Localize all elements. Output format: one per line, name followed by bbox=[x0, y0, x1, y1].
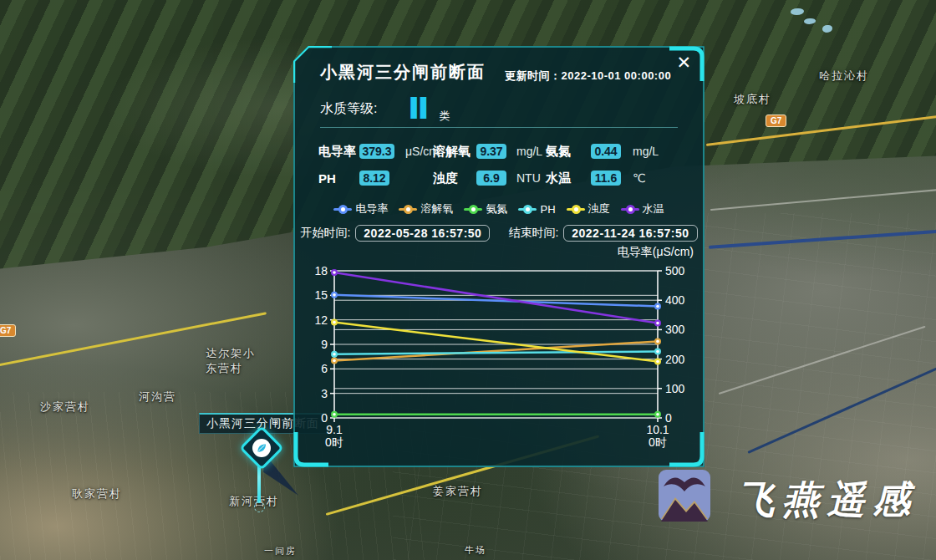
legend-item-conductivity[interactable]: 电导率 bbox=[333, 201, 388, 216]
chart-canvas[interactable]: 036912151801002003004005009.10时10.10时 bbox=[310, 260, 699, 454]
road-white bbox=[710, 189, 936, 211]
legend-marker bbox=[518, 205, 537, 213]
company-logo: 飞燕遥感 bbox=[659, 470, 918, 525]
map-place-label: 沙家营村 bbox=[40, 400, 90, 415]
leaf-icon bbox=[252, 439, 271, 457]
grade-unit: 类 bbox=[439, 109, 450, 124]
legend-item-ph[interactable]: PH bbox=[518, 203, 555, 216]
panel-title: 小黑河三分闸前断面 bbox=[320, 61, 486, 84]
map-place-label: 河沟营 bbox=[139, 389, 176, 405]
svg-text:9: 9 bbox=[321, 338, 328, 351]
metrics-grid: 电导率 379.3 μS/cm 溶解氧 9.37 mg/L 氨氮 0.44 mg… bbox=[318, 138, 659, 191]
svg-text:0时: 0时 bbox=[325, 435, 343, 449]
map-place-label: 一间房 bbox=[264, 545, 297, 557]
metric-value: 8.12 bbox=[359, 171, 389, 186]
svg-text:9.1: 9.1 bbox=[326, 423, 343, 436]
time-range-row: 开始时间:2022-05-28 16:57:50 结束时间:2022-11-24… bbox=[293, 225, 705, 242]
svg-text:6: 6 bbox=[321, 362, 328, 375]
start-time-label: 开始时间: bbox=[300, 226, 350, 241]
metric-label: 水温 bbox=[546, 171, 591, 186]
metric-value: 379.3 bbox=[359, 144, 394, 159]
chart-legend: 电导率 溶解氧 氨氮 PH 浊度 水温 bbox=[293, 201, 705, 216]
legend-marker bbox=[399, 205, 417, 213]
legend-label: 电导率 bbox=[355, 201, 388, 216]
company-logo-text: 飞燕遥感 bbox=[737, 475, 918, 525]
legend-marker bbox=[567, 205, 585, 213]
legend-label: PH bbox=[540, 203, 555, 216]
metric-value: 9.37 bbox=[476, 144, 506, 159]
metric-label: 溶解氧 bbox=[433, 144, 476, 160]
legend-label: 水温 bbox=[643, 201, 664, 216]
metric-unit: mg/L bbox=[511, 145, 546, 158]
metric-unit: μS/cm bbox=[400, 145, 433, 158]
end-time-label: 结束时间: bbox=[508, 226, 558, 241]
legend-item-turbidity[interactable]: 浊度 bbox=[567, 201, 610, 216]
legend-label: 氨氮 bbox=[486, 201, 507, 216]
metric-label: PH bbox=[318, 171, 359, 186]
update-time-value: 2022-10-01 00:00:00 bbox=[562, 69, 672, 82]
metric-label: 电导率 bbox=[318, 144, 359, 160]
svg-text:18: 18 bbox=[314, 264, 328, 277]
grade-value: Ⅱ bbox=[408, 94, 430, 123]
map-place-label: 达尔架小 东营村 bbox=[206, 346, 256, 376]
station-detail-panel: ✕ 小黑河三分闸前断面 更新时间：2022-10-01 00:00:00 水质等… bbox=[293, 46, 705, 467]
start-time-input[interactable]: 2022-05-28 16:57:50 bbox=[355, 225, 490, 242]
metric-label: 氨氮 bbox=[546, 144, 591, 160]
map-place-label: 姜家营村 bbox=[433, 484, 483, 499]
map-place-label: 哈拉沁村 bbox=[819, 69, 869, 84]
metric-unit: NTU bbox=[511, 171, 546, 185]
svg-text:0时: 0时 bbox=[649, 435, 667, 449]
metric-unit: ℃ bbox=[628, 171, 659, 185]
map-place-label: 耿家营村 bbox=[72, 486, 122, 501]
legend-marker bbox=[333, 205, 352, 213]
svg-text:500: 500 bbox=[665, 264, 685, 277]
legend-marker bbox=[464, 205, 482, 213]
metric-value: 6.9 bbox=[476, 171, 506, 186]
road-shield-g7: G7 bbox=[0, 324, 16, 337]
svg-text:100: 100 bbox=[665, 382, 685, 395]
company-logo-icon bbox=[659, 470, 710, 522]
legend-label: 浊度 bbox=[588, 201, 610, 216]
road-shield-g7: G7 bbox=[766, 115, 786, 127]
divider bbox=[320, 127, 678, 128]
update-time-label: 更新时间： bbox=[505, 69, 562, 82]
legend-marker bbox=[621, 205, 639, 213]
svg-text:10.1: 10.1 bbox=[646, 423, 669, 436]
svg-text:300: 300 bbox=[665, 323, 685, 336]
metric-value: 11.6 bbox=[591, 171, 621, 186]
metric-label: 浊度 bbox=[433, 171, 476, 186]
update-time: 更新时间：2022-10-01 00:00:00 bbox=[505, 69, 671, 84]
map-place-label: 坡底村 bbox=[734, 92, 771, 107]
metric-value: 0.44 bbox=[591, 144, 621, 159]
svg-text:15: 15 bbox=[314, 288, 328, 302]
grade-label: 水质等级: bbox=[320, 100, 377, 118]
legend-label: 溶解氧 bbox=[420, 201, 453, 216]
close-icon[interactable]: ✕ bbox=[676, 54, 691, 72]
legend-item-ammonia[interactable]: 氨氮 bbox=[464, 201, 507, 216]
map-place-label: 牛场 bbox=[465, 544, 486, 557]
marker-anchor-point bbox=[254, 501, 265, 512]
metric-unit: mg/L bbox=[628, 145, 659, 158]
svg-text:12: 12 bbox=[314, 313, 328, 327]
end-time-input[interactable]: 2022-11-24 16:57:50 bbox=[563, 225, 697, 242]
svg-text:200: 200 bbox=[665, 353, 685, 366]
legend-item-water-temp[interactable]: 水温 bbox=[621, 201, 664, 216]
water-quality-grade: 水质等级: Ⅱ 类 bbox=[320, 93, 450, 125]
legend-item-dissolved-oxygen[interactable]: 溶解氧 bbox=[399, 201, 453, 216]
right-axis-title: 电导率(μS/cm) bbox=[618, 245, 694, 260]
svg-text:3: 3 bbox=[321, 387, 328, 400]
svg-text:400: 400 bbox=[665, 293, 685, 307]
